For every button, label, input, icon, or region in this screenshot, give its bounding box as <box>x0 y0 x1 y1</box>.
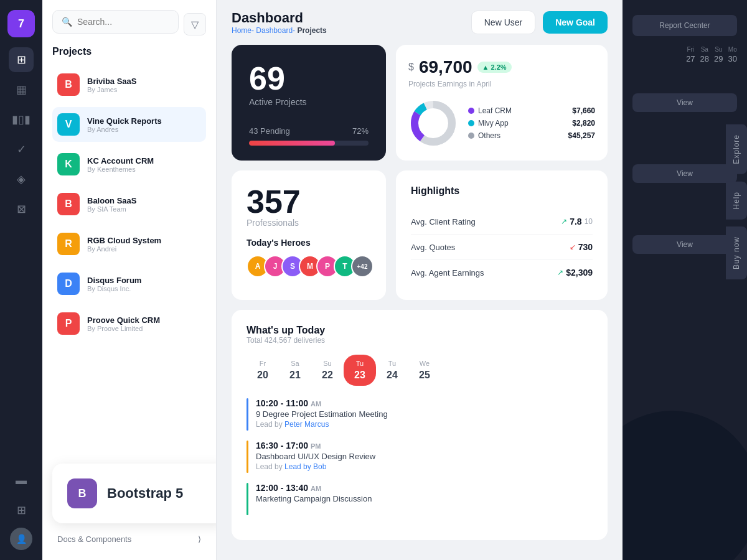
highlight-num-quotes: 730 <box>578 242 593 252</box>
right-day-name-fri: Fri <box>687 46 695 53</box>
nav-icon-grid[interactable]: ▦ <box>9 77 34 102</box>
project-item-rgb[interactable]: R RGB Cloud System By Andrei <box>52 226 206 261</box>
view-button-3[interactable]: View <box>632 235 737 254</box>
day-num-25: 25 <box>419 370 430 381</box>
whats-up-title: What's up Today <box>247 325 593 336</box>
day-num-23: 23 <box>354 370 365 381</box>
search-input[interactable] <box>77 17 169 27</box>
project-name-disqus: Disqus Forum <box>87 276 141 285</box>
report-center-button[interactable]: Report Cecnter <box>632 15 737 36</box>
right-day-name-mo: Mo <box>728 46 737 53</box>
breadcrumb-dashboard: Dashboard- <box>256 26 295 35</box>
page-title: Dashboard <box>232 10 327 26</box>
calendar-card: What's up Today Total 424,567 deliveries… <box>232 310 608 540</box>
highlights-title: Highlights <box>411 185 593 197</box>
project-name-vine: Vine Quick Reports <box>87 116 162 126</box>
pending-section: 43 Pending 72% <box>249 126 369 146</box>
filter-button[interactable]: ▽ <box>184 13 206 35</box>
nav-icon-chart[interactable]: ▮▯▮ <box>9 107 34 132</box>
highlight-extra-rating: 10 <box>585 217 593 226</box>
day-tu-24[interactable]: Tu 24 <box>376 355 408 386</box>
new-goal-button[interactable]: New Goal <box>543 11 608 34</box>
professionals-label: Professionals <box>247 218 371 228</box>
highlight-row-quotes: Avg. Quotes ↙ 730 <box>411 235 593 260</box>
day-tu-23-today[interactable]: Tu 23 <box>344 355 376 386</box>
event-title-3: Marketing Campaign Discussion <box>256 494 593 503</box>
nav-icon-layers[interactable]: ◈ <box>9 167 34 192</box>
day-name-we: We <box>420 360 430 367</box>
project-logo-briviba: B <box>57 73 80 96</box>
project-logo-disqus: D <box>57 273 80 295</box>
view-button-2[interactable]: View <box>632 164 737 183</box>
breadcrumb-current: Projects <box>297 26 326 35</box>
nav-icon-check[interactable]: ✓ <box>9 137 34 162</box>
event-lead-link-1[interactable]: Peter Marcus <box>284 420 329 429</box>
active-projects-number: 69 <box>249 62 369 95</box>
legend-dot-others <box>468 133 474 139</box>
legend-label-leaf: Leaf CRM <box>478 106 568 115</box>
nav-icon-box[interactable]: ⊠ <box>9 197 34 222</box>
day-sa-21[interactable]: Sa 21 <box>279 355 311 386</box>
arrow-down-quotes: ↙ <box>570 243 576 251</box>
right-tab-buynow[interactable]: Buy now <box>726 226 747 279</box>
project-logo-vine: V <box>57 113 80 136</box>
earnings-card: $ 69,700 ▲ 2.2% Projects Earnings in Apr… <box>396 45 608 161</box>
day-name-sa: Sa <box>291 360 299 367</box>
right-day-num-28: 28 <box>700 54 709 63</box>
search-bar[interactable]: 🔍 <box>52 10 179 34</box>
highlights-card: Highlights Avg. Client Rating ↗ 7.8 10 A… <box>396 170 608 300</box>
day-fr-20[interactable]: Fr 20 <box>247 355 279 386</box>
right-day-name-sa: Sa <box>701 46 708 53</box>
project-item-kc[interactable]: K KC Account CRM By Keenthemes <box>52 147 206 182</box>
event-2: 16:30 - 17:00 PM Dashboard UI/UX Design … <box>247 441 593 473</box>
progress-percent: 72% <box>352 126 369 136</box>
professionals-number: 357 <box>247 185 371 218</box>
event-lead-link-2[interactable]: Lead by Bob <box>284 462 326 471</box>
event-time-2: 16:30 - 17:00 PM <box>256 441 593 450</box>
day-su-22[interactable]: Su 22 <box>311 355 344 386</box>
nav-icon-monitor[interactable]: ▬ <box>9 468 34 493</box>
project-item-disqus[interactable]: D Disqus Forum By Disqus Inc. <box>52 266 206 301</box>
project-name-rgb: RGB Cloud System <box>87 236 161 245</box>
day-name-tu: Tu <box>356 360 364 367</box>
project-name: Briviba SaaS <box>87 77 137 86</box>
breadcrumb: Home- Dashboard- Projects <box>232 26 327 35</box>
right-day-num-27: 27 <box>686 54 695 63</box>
project-item-briviba[interactable]: B Briviba SaaS By James <box>52 67 206 102</box>
left-navigation: 7 ⊞ ▦ ▮▯▮ ✓ ◈ ⊠ ▬ ⊞ 👤 <box>0 0 42 560</box>
progress-fill <box>249 141 335 146</box>
event-line-1 <box>247 398 248 431</box>
project-item-proove[interactable]: P Proove Quick CRM By Proove Limited <box>52 306 206 341</box>
right-panel: Report Cecnter Fri 27 Sa 28 Su 29 Mo 30 … <box>622 0 747 560</box>
event-time-3: 12:00 - 13:40 AM <box>256 483 593 493</box>
day-name-su: Su <box>323 360 331 367</box>
day-num-24: 24 <box>387 370 398 381</box>
legend-value-others: $45,257 <box>568 131 595 140</box>
day-we-25[interactable]: We 25 <box>408 355 441 386</box>
project-item-vine[interactable]: V Vine Quick Reports By Andres <box>52 107 206 142</box>
project-logo-baloon: B <box>57 193 80 215</box>
highlight-num-rating: 7.8 <box>570 217 581 226</box>
event-1: 10:20 - 11:00 AM 9 Degree Project Estima… <box>247 398 593 431</box>
right-tab-explore[interactable]: Explore <box>726 124 747 174</box>
nav-icon-grid2[interactable]: ⊞ <box>9 498 34 523</box>
legend-dot-leaf <box>468 108 474 114</box>
sidebar-docs-item[interactable]: Docs & Components ⟩ <box>52 528 206 550</box>
bootstrap-icon: B <box>67 478 97 508</box>
event-line-3 <box>247 483 248 515</box>
header: Dashboard Home- Dashboard- Projects New … <box>217 0 622 45</box>
docs-icon: ⟩ <box>198 534 201 544</box>
pending-count: 43 Pending <box>249 126 290 136</box>
project-by-baloon: By SIA Team <box>87 205 136 213</box>
progress-bar <box>249 141 369 146</box>
legend-label-mivy: Mivy App <box>478 119 568 128</box>
view-button-1[interactable]: View <box>632 93 737 112</box>
new-user-button[interactable]: New User <box>471 11 535 34</box>
nav-avatar[interactable]: 7 <box>7 10 35 37</box>
right-tab-help[interactable]: Help <box>726 182 747 220</box>
nav-icon-dashboard[interactable]: ⊞ <box>9 47 34 72</box>
earnings-legend: Leaf CRM $7,660 Mivy App $2,820 Others $… <box>468 106 595 140</box>
project-item-baloon[interactable]: B Baloon SaaS By SIA Team <box>52 187 206 222</box>
docs-label: Docs & Components <box>57 534 131 544</box>
nav-user-avatar[interactable]: 👤 <box>10 528 32 550</box>
